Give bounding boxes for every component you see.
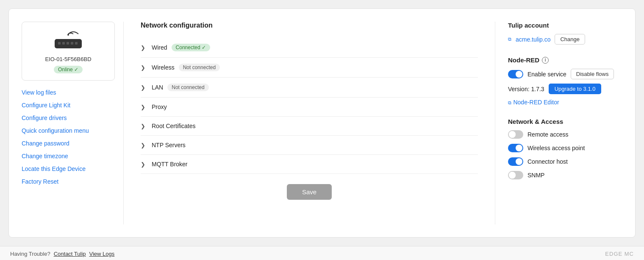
- footer-view-logs-link[interactable]: View Logs: [89, 251, 115, 257]
- nav-configure-light-kit[interactable]: Configure Light Kit: [22, 102, 115, 109]
- root-certs-label: Root Certificates: [152, 123, 195, 129]
- footer: Having Trouble? Contact Tulip View Logs …: [0, 246, 644, 260]
- node-red-title-row: Node-RED i: [508, 56, 622, 64]
- version-row: Version: 1.7.3 Upgrade to 3.1.0: [508, 84, 622, 94]
- wireless-ap-toggle[interactable]: [508, 144, 523, 152]
- nav-factory-reset[interactable]: Factory Reset: [22, 178, 115, 185]
- proxy-row[interactable]: ❯ Proxy: [141, 98, 478, 117]
- svg-rect-6: [75, 42, 78, 45]
- enable-service-label: Enable service: [527, 71, 566, 78]
- editor-row: ⧉ Node-RED Editor: [508, 98, 622, 106]
- wireless-ap-row: Wireless access point: [508, 144, 622, 152]
- nav-quick-config[interactable]: Quick configuration menu: [22, 127, 115, 134]
- save-button[interactable]: Save: [287, 184, 332, 200]
- nav-locate-device[interactable]: Locate this Edge Device: [22, 165, 115, 172]
- footer-trouble-text: Having Trouble?: [10, 251, 50, 257]
- lan-status: Not connected: [167, 84, 208, 91]
- nav-links: View log files Configure Light Kit Confi…: [22, 89, 115, 185]
- footer-contact-link[interactable]: Contact Tulip: [54, 251, 86, 257]
- svg-rect-5: [71, 42, 73, 45]
- wired-row[interactable]: ❯ Wired Connected ✓: [141, 38, 478, 58]
- tulip-account-title: Tulip account: [508, 22, 622, 29]
- wired-status: Connected ✓: [172, 44, 210, 51]
- footer-left: Having Trouble? Contact Tulip View Logs: [10, 251, 114, 257]
- remote-access-row: Remote access: [508, 130, 622, 139]
- tulip-account-block: Tulip account ⧉ acme.tulip.co Change: [508, 22, 622, 45]
- lan-label: LAN: [152, 84, 163, 91]
- svg-rect-2: [58, 42, 61, 45]
- root-certs-chevron: ❯: [141, 123, 147, 129]
- save-row: Save: [141, 184, 478, 200]
- nav-change-password[interactable]: Change password: [22, 140, 115, 147]
- ntp-chevron: ❯: [141, 142, 147, 148]
- svg-point-0: [67, 34, 69, 36]
- device-icon: [51, 31, 85, 53]
- wireless-label: Wireless: [152, 64, 175, 71]
- editor-external-icon: ⧉: [508, 100, 511, 105]
- network-title: Network configuration: [141, 22, 478, 29]
- connector-host-label: Connector host: [527, 158, 568, 165]
- network-access-title: Network & Access: [508, 118, 622, 125]
- network-access-block: Network & Access Remote access Wireless …: [508, 118, 622, 179]
- tulip-url-link[interactable]: acme.tulip.co: [516, 36, 550, 43]
- mqtt-label: MQTT Broker: [152, 161, 188, 168]
- wireless-ap-label: Wireless access point: [527, 145, 585, 151]
- snmp-label: SNMP: [527, 172, 544, 179]
- enable-service-toggle[interactable]: [508, 70, 523, 78]
- nav-view-log-files[interactable]: View log files: [22, 89, 115, 96]
- version-text: Version: 1.7.3: [508, 86, 544, 92]
- wireless-chevron: ❯: [141, 64, 147, 71]
- enable-service-row: Enable service Disable flows: [508, 69, 622, 79]
- tulip-account-row: ⧉ acme.tulip.co Change: [508, 34, 622, 45]
- root-certs-row[interactable]: ❯ Root Certificates: [141, 117, 478, 136]
- svg-rect-3: [62, 42, 65, 45]
- snmp-row: SNMP: [508, 171, 622, 179]
- right-section: Tulip account ⧉ acme.tulip.co Change Nod…: [495, 22, 622, 224]
- node-red-block: Node-RED i Enable service Disable flows …: [508, 56, 622, 106]
- connector-host-row: Connector host: [508, 157, 622, 166]
- wireless-row[interactable]: ❯ Wireless Not connected: [141, 58, 478, 78]
- node-red-info-icon[interactable]: i: [542, 57, 549, 64]
- ntp-row[interactable]: ❯ NTP Servers: [141, 136, 478, 155]
- proxy-chevron: ❯: [141, 104, 147, 110]
- lan-chevron: ❯: [141, 84, 147, 91]
- mqtt-row[interactable]: ❯ MQTT Broker: [141, 155, 478, 174]
- lan-row[interactable]: ❯ LAN Not connected: [141, 78, 478, 98]
- device-status: Online ✓: [54, 66, 83, 73]
- ntp-label: NTP Servers: [152, 142, 186, 148]
- node-red-editor-link[interactable]: Node-RED Editor: [513, 99, 559, 106]
- upgrade-button[interactable]: Upgrade to 3.1.0: [549, 84, 602, 94]
- network-section: Network configuration ❯ Wired Connected …: [123, 22, 495, 224]
- remote-access-toggle[interactable]: [508, 130, 523, 139]
- footer-brand: EDGE MC: [605, 251, 634, 257]
- wireless-status: Not connected: [179, 64, 220, 71]
- mqtt-chevron: ❯: [141, 161, 147, 168]
- disable-flows-button[interactable]: Disable flows: [571, 69, 614, 79]
- change-account-button[interactable]: Change: [555, 34, 585, 45]
- snmp-toggle[interactable]: [508, 171, 523, 179]
- device-card: EIO-01-5F56B6BD Online ✓: [22, 22, 115, 81]
- node-red-label: Node-RED: [508, 56, 539, 64]
- nav-configure-drivers[interactable]: Configure drivers: [22, 115, 115, 121]
- connector-host-toggle[interactable]: [508, 157, 523, 166]
- sidebar: EIO-01-5F56B6BD Online ✓ View log files …: [22, 22, 123, 224]
- svg-rect-4: [67, 42, 69, 45]
- nav-change-timezone[interactable]: Change timezone: [22, 153, 115, 159]
- proxy-label: Proxy: [152, 103, 167, 110]
- wired-chevron: ❯: [141, 45, 147, 51]
- remote-access-label: Remote access: [527, 131, 568, 138]
- wired-label: Wired: [152, 44, 167, 51]
- device-name: EIO-01-5F56B6BD: [45, 56, 91, 62]
- external-link-icon: ⧉: [508, 36, 511, 42]
